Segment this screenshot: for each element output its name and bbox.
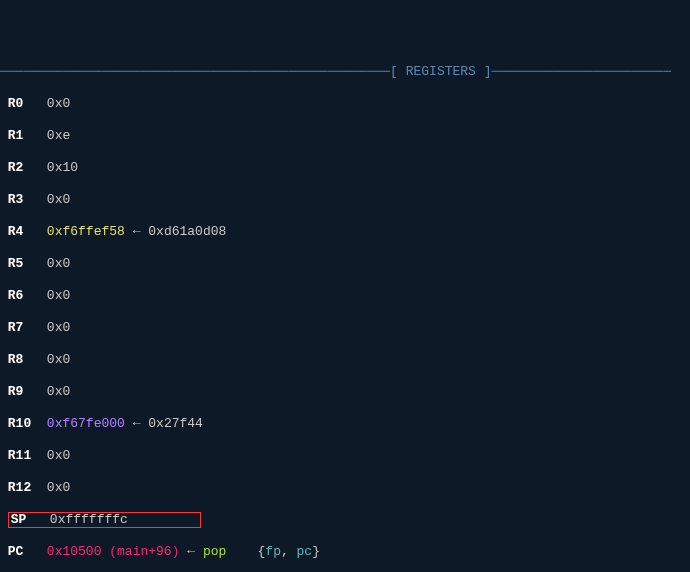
reg-r8: R8 0x0 [0,352,690,368]
reg-r3: R3 0x0 [0,192,690,208]
reg-sp: SP 0xfffffffc [0,512,690,528]
reg-r4: R4 0xf6ffef58 ← 0xd61a0d08 [0,224,690,240]
reg-r5: R5 0x0 [0,256,690,272]
hdr-registers: ────────────────────────────────────────… [0,64,390,79]
reg-r0: R0 0x0 [0,96,690,112]
reg-r2: R2 0x10 [0,160,690,176]
hdr-registers-label: [ REGISTERS ] [390,64,491,79]
reg-r11: R11 0x0 [0,448,690,464]
reg-r6: R6 0x0 [0,288,690,304]
reg-r12: R12 0x0 [0,480,690,496]
reg-r10: R10 0xf67fe000 ← 0x27f44 [0,416,690,432]
reg-r1: R1 0xe [0,128,690,144]
sp-highlight: SP 0xfffffffc [8,512,201,528]
reg-pc: PC 0x10500 (main+96) ← pop {fp, pc} [0,544,690,560]
reg-r9: R9 0x0 [0,384,690,400]
reg-r7: R7 0x0 [0,320,690,336]
